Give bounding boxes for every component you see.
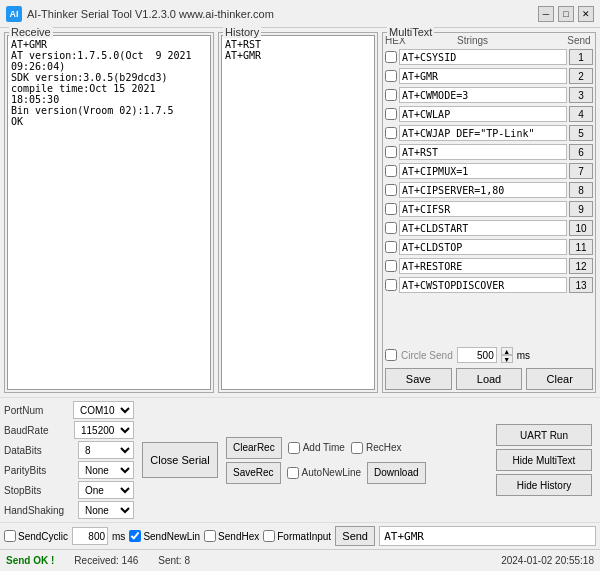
mt-send-button-5[interactable]: 5: [569, 125, 593, 141]
circle-send-checkbox[interactable]: [385, 349, 397, 361]
send-input[interactable]: [379, 526, 596, 546]
mt-checkbox-6[interactable]: [385, 146, 397, 158]
load-button[interactable]: Load: [456, 368, 523, 390]
mt-send-button-6[interactable]: 6: [569, 144, 593, 160]
mt-row: 4: [385, 105, 593, 123]
mt-checkbox-13[interactable]: [385, 279, 397, 291]
mt-send-button-8[interactable]: 8: [569, 182, 593, 198]
mt-input-3[interactable]: [399, 87, 567, 103]
baudrate-label: BaudRate: [4, 425, 70, 436]
portnum-label: PortNum: [4, 405, 69, 416]
circle-send-label: Circle Send: [401, 350, 453, 361]
sendnewlin-checkbox[interactable]: [129, 530, 141, 542]
mt-input-5[interactable]: [399, 125, 567, 141]
stopbits-select[interactable]: One: [78, 481, 134, 499]
mt-checkbox-4[interactable]: [385, 108, 397, 120]
sendcyclic-checkbox[interactable]: [4, 530, 16, 542]
circle-send-input[interactable]: [457, 347, 497, 363]
history-textarea[interactable]: [221, 35, 375, 390]
saverec-button[interactable]: SaveRec: [226, 462, 281, 484]
add-time-label: Add Time: [288, 442, 345, 454]
title-bar: AI AI-Thinker Serial Tool V1.2.3.0 www.a…: [0, 0, 600, 28]
rechex-checkbox[interactable]: [351, 442, 363, 454]
mt-send-button-10[interactable]: 10: [569, 220, 593, 236]
minimize-button[interactable]: ─: [538, 6, 554, 22]
mt-checkbox-7[interactable]: [385, 165, 397, 177]
mt-input-12[interactable]: [399, 258, 567, 274]
mt-input-13[interactable]: [399, 277, 567, 293]
mt-input-11[interactable]: [399, 239, 567, 255]
mt-send-button-2[interactable]: 2: [569, 68, 593, 84]
send-button[interactable]: Send: [335, 526, 375, 546]
mt-checkbox-5[interactable]: [385, 127, 397, 139]
mt-input-7[interactable]: [399, 163, 567, 179]
history-panel: History: [218, 32, 378, 393]
spinner-up-button[interactable]: ▲: [501, 347, 513, 355]
portnum-select[interactable]: COM10: [73, 401, 134, 419]
handshaking-select[interactable]: None: [78, 501, 134, 519]
mt-checkbox-10[interactable]: [385, 222, 397, 234]
received-status: Received: 146: [74, 555, 138, 566]
sendcyclic-label: SendCyclic: [4, 530, 68, 542]
main-content: Receive History MultiText HEX Strings Se…: [0, 28, 600, 571]
maximize-button[interactable]: □: [558, 6, 574, 22]
mt-send-button-3[interactable]: 3: [569, 87, 593, 103]
sendhex-label: SendHex: [204, 530, 259, 542]
receive-textarea[interactable]: [7, 35, 211, 390]
databits-label: DataBits: [4, 445, 74, 456]
mt-checkbox-12[interactable]: [385, 260, 397, 272]
mt-send-button-1[interactable]: 1: [569, 49, 593, 65]
save-button[interactable]: Save: [385, 368, 452, 390]
mt-send-button-13[interactable]: 13: [569, 277, 593, 293]
ms-input[interactable]: [72, 527, 108, 545]
mt-input-2[interactable]: [399, 68, 567, 84]
hide-history-button[interactable]: Hide History: [496, 474, 592, 496]
uart-run-button[interactable]: UART Run: [496, 424, 592, 446]
mt-input-1[interactable]: [399, 49, 567, 65]
mt-input-8[interactable]: [399, 182, 567, 198]
mt-checkbox-1[interactable]: [385, 51, 397, 63]
mt-send-button-11[interactable]: 11: [569, 239, 593, 255]
serial-settings: PortNum COM10 BaudRate 115200 DataBits 8…: [4, 401, 134, 519]
mt-input-4[interactable]: [399, 106, 567, 122]
autonewline-checkbox[interactable]: [287, 467, 299, 479]
mt-send-button-4[interactable]: 4: [569, 106, 593, 122]
mt-send-button-7[interactable]: 7: [569, 163, 593, 179]
mt-input-9[interactable]: [399, 201, 567, 217]
mt-input-10[interactable]: [399, 220, 567, 236]
mt-row: 5: [385, 124, 593, 142]
download-button[interactable]: Download: [367, 462, 425, 484]
mt-row: 6: [385, 143, 593, 161]
formatinput-checkbox[interactable]: [263, 530, 275, 542]
timestamp-status: 2024-01-02 20:55:18: [501, 555, 594, 566]
mt-checkbox-2[interactable]: [385, 70, 397, 82]
add-time-checkbox[interactable]: [288, 442, 300, 454]
baudrate-select[interactable]: 115200: [74, 421, 134, 439]
mt-checkbox-8[interactable]: [385, 184, 397, 196]
close-serial-button[interactable]: Close Serial: [142, 442, 218, 478]
send-ok-status: Send OK !: [6, 555, 54, 566]
clearrec-button[interactable]: ClearRec: [226, 437, 282, 459]
stopbits-row: StopBits One: [4, 481, 134, 499]
close-button[interactable]: ✕: [578, 6, 594, 22]
mt-send-button-12[interactable]: 12: [569, 258, 593, 274]
mt-checkbox-11[interactable]: [385, 241, 397, 253]
mt-input-6[interactable]: [399, 144, 567, 160]
mt-checkbox-9[interactable]: [385, 203, 397, 215]
paritybits-select[interactable]: None: [78, 461, 134, 479]
mt-row: 7: [385, 162, 593, 180]
history-label: History: [223, 26, 261, 38]
multitext-rows: 12345678910111213: [385, 48, 593, 342]
window-controls: ─ □ ✕: [538, 6, 594, 22]
mt-row: 3: [385, 86, 593, 104]
multitext-panel: MultiText HEX Strings Send 1234567891011…: [382, 32, 596, 393]
spinner-down-button[interactable]: ▼: [501, 355, 513, 363]
hide-multitext-button[interactable]: Hide MultiText: [496, 449, 592, 471]
sendhex-checkbox[interactable]: [204, 530, 216, 542]
mt-send-button-9[interactable]: 9: [569, 201, 593, 217]
portnum-row: PortNum COM10: [4, 401, 134, 419]
clear-button[interactable]: Clear: [526, 368, 593, 390]
multitext-action-row: Save Load Clear: [385, 368, 593, 390]
databits-select[interactable]: 8: [78, 441, 134, 459]
mt-checkbox-3[interactable]: [385, 89, 397, 101]
